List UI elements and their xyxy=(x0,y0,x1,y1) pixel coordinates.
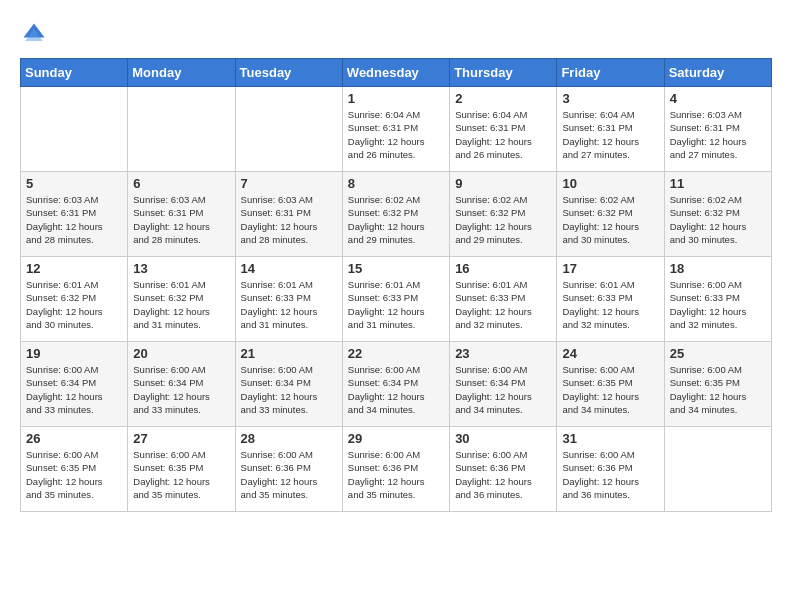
calendar-cell: 16Sunrise: 6:01 AM Sunset: 6:33 PM Dayli… xyxy=(450,257,557,342)
calendar-cell xyxy=(128,87,235,172)
day-info: Sunrise: 6:00 AM Sunset: 6:34 PM Dayligh… xyxy=(348,363,444,416)
day-number: 19 xyxy=(26,346,122,361)
calendar-table: SundayMondayTuesdayWednesdayThursdayFrid… xyxy=(20,58,772,512)
calendar-week-4: 19Sunrise: 6:00 AM Sunset: 6:34 PM Dayli… xyxy=(21,342,772,427)
day-number: 13 xyxy=(133,261,229,276)
day-info: Sunrise: 6:02 AM Sunset: 6:32 PM Dayligh… xyxy=(348,193,444,246)
day-info: Sunrise: 6:03 AM Sunset: 6:31 PM Dayligh… xyxy=(670,108,766,161)
day-number: 26 xyxy=(26,431,122,446)
day-number: 12 xyxy=(26,261,122,276)
day-number: 27 xyxy=(133,431,229,446)
calendar-cell: 30Sunrise: 6:00 AM Sunset: 6:36 PM Dayli… xyxy=(450,427,557,512)
calendar-cell: 4Sunrise: 6:03 AM Sunset: 6:31 PM Daylig… xyxy=(664,87,771,172)
day-info: Sunrise: 6:00 AM Sunset: 6:35 PM Dayligh… xyxy=(26,448,122,501)
day-number: 7 xyxy=(241,176,337,191)
day-info: Sunrise: 6:04 AM Sunset: 6:31 PM Dayligh… xyxy=(455,108,551,161)
day-info: Sunrise: 6:00 AM Sunset: 6:36 PM Dayligh… xyxy=(348,448,444,501)
day-header-thursday: Thursday xyxy=(450,59,557,87)
day-number: 31 xyxy=(562,431,658,446)
day-number: 9 xyxy=(455,176,551,191)
calendar-cell: 27Sunrise: 6:00 AM Sunset: 6:35 PM Dayli… xyxy=(128,427,235,512)
day-number: 24 xyxy=(562,346,658,361)
calendar-week-3: 12Sunrise: 6:01 AM Sunset: 6:32 PM Dayli… xyxy=(21,257,772,342)
day-number: 15 xyxy=(348,261,444,276)
calendar-cell: 12Sunrise: 6:01 AM Sunset: 6:32 PM Dayli… xyxy=(21,257,128,342)
day-number: 17 xyxy=(562,261,658,276)
day-header-saturday: Saturday xyxy=(664,59,771,87)
day-info: Sunrise: 6:01 AM Sunset: 6:33 PM Dayligh… xyxy=(241,278,337,331)
calendar-cell: 5Sunrise: 6:03 AM Sunset: 6:31 PM Daylig… xyxy=(21,172,128,257)
day-info: Sunrise: 6:00 AM Sunset: 6:34 PM Dayligh… xyxy=(133,363,229,416)
calendar-cell: 22Sunrise: 6:00 AM Sunset: 6:34 PM Dayli… xyxy=(342,342,449,427)
calendar-cell xyxy=(21,87,128,172)
day-number: 28 xyxy=(241,431,337,446)
day-number: 8 xyxy=(348,176,444,191)
day-info: Sunrise: 6:01 AM Sunset: 6:32 PM Dayligh… xyxy=(133,278,229,331)
calendar-cell: 6Sunrise: 6:03 AM Sunset: 6:31 PM Daylig… xyxy=(128,172,235,257)
day-header-tuesday: Tuesday xyxy=(235,59,342,87)
day-number: 18 xyxy=(670,261,766,276)
day-info: Sunrise: 6:00 AM Sunset: 6:35 PM Dayligh… xyxy=(133,448,229,501)
day-number: 1 xyxy=(348,91,444,106)
calendar-week-1: 1Sunrise: 6:04 AM Sunset: 6:31 PM Daylig… xyxy=(21,87,772,172)
day-info: Sunrise: 6:00 AM Sunset: 6:35 PM Dayligh… xyxy=(670,363,766,416)
day-info: Sunrise: 6:00 AM Sunset: 6:36 PM Dayligh… xyxy=(562,448,658,501)
day-number: 23 xyxy=(455,346,551,361)
day-info: Sunrise: 6:00 AM Sunset: 6:34 PM Dayligh… xyxy=(455,363,551,416)
day-info: Sunrise: 6:00 AM Sunset: 6:34 PM Dayligh… xyxy=(241,363,337,416)
day-info: Sunrise: 6:02 AM Sunset: 6:32 PM Dayligh… xyxy=(670,193,766,246)
logo[interactable] xyxy=(20,20,52,48)
calendar-cell: 24Sunrise: 6:00 AM Sunset: 6:35 PM Dayli… xyxy=(557,342,664,427)
day-number: 10 xyxy=(562,176,658,191)
calendar-cell xyxy=(664,427,771,512)
day-number: 22 xyxy=(348,346,444,361)
calendar-cell: 20Sunrise: 6:00 AM Sunset: 6:34 PM Dayli… xyxy=(128,342,235,427)
day-info: Sunrise: 6:02 AM Sunset: 6:32 PM Dayligh… xyxy=(455,193,551,246)
day-info: Sunrise: 6:00 AM Sunset: 6:36 PM Dayligh… xyxy=(241,448,337,501)
day-header-friday: Friday xyxy=(557,59,664,87)
day-number: 16 xyxy=(455,261,551,276)
day-number: 14 xyxy=(241,261,337,276)
day-number: 21 xyxy=(241,346,337,361)
calendar-cell: 11Sunrise: 6:02 AM Sunset: 6:32 PM Dayli… xyxy=(664,172,771,257)
logo-icon xyxy=(20,20,48,48)
day-info: Sunrise: 6:01 AM Sunset: 6:33 PM Dayligh… xyxy=(348,278,444,331)
day-info: Sunrise: 6:03 AM Sunset: 6:31 PM Dayligh… xyxy=(133,193,229,246)
day-info: Sunrise: 6:01 AM Sunset: 6:33 PM Dayligh… xyxy=(562,278,658,331)
calendar-cell: 28Sunrise: 6:00 AM Sunset: 6:36 PM Dayli… xyxy=(235,427,342,512)
calendar-cell: 10Sunrise: 6:02 AM Sunset: 6:32 PM Dayli… xyxy=(557,172,664,257)
day-number: 2 xyxy=(455,91,551,106)
day-number: 20 xyxy=(133,346,229,361)
day-header-sunday: Sunday xyxy=(21,59,128,87)
calendar-week-2: 5Sunrise: 6:03 AM Sunset: 6:31 PM Daylig… xyxy=(21,172,772,257)
day-info: Sunrise: 6:01 AM Sunset: 6:33 PM Dayligh… xyxy=(455,278,551,331)
day-number: 3 xyxy=(562,91,658,106)
day-info: Sunrise: 6:03 AM Sunset: 6:31 PM Dayligh… xyxy=(26,193,122,246)
calendar-cell: 14Sunrise: 6:01 AM Sunset: 6:33 PM Dayli… xyxy=(235,257,342,342)
calendar-cell: 25Sunrise: 6:00 AM Sunset: 6:35 PM Dayli… xyxy=(664,342,771,427)
day-info: Sunrise: 6:02 AM Sunset: 6:32 PM Dayligh… xyxy=(562,193,658,246)
page-header xyxy=(20,20,772,48)
day-number: 4 xyxy=(670,91,766,106)
calendar-cell: 26Sunrise: 6:00 AM Sunset: 6:35 PM Dayli… xyxy=(21,427,128,512)
day-header-wednesday: Wednesday xyxy=(342,59,449,87)
day-info: Sunrise: 6:04 AM Sunset: 6:31 PM Dayligh… xyxy=(348,108,444,161)
calendar-header-row: SundayMondayTuesdayWednesdayThursdayFrid… xyxy=(21,59,772,87)
calendar-cell: 8Sunrise: 6:02 AM Sunset: 6:32 PM Daylig… xyxy=(342,172,449,257)
calendar-cell: 31Sunrise: 6:00 AM Sunset: 6:36 PM Dayli… xyxy=(557,427,664,512)
day-info: Sunrise: 6:00 AM Sunset: 6:36 PM Dayligh… xyxy=(455,448,551,501)
calendar-week-5: 26Sunrise: 6:00 AM Sunset: 6:35 PM Dayli… xyxy=(21,427,772,512)
calendar-cell: 19Sunrise: 6:00 AM Sunset: 6:34 PM Dayli… xyxy=(21,342,128,427)
calendar-cell xyxy=(235,87,342,172)
calendar-cell: 21Sunrise: 6:00 AM Sunset: 6:34 PM Dayli… xyxy=(235,342,342,427)
day-number: 29 xyxy=(348,431,444,446)
day-number: 30 xyxy=(455,431,551,446)
calendar-cell: 17Sunrise: 6:01 AM Sunset: 6:33 PM Dayli… xyxy=(557,257,664,342)
calendar-cell: 15Sunrise: 6:01 AM Sunset: 6:33 PM Dayli… xyxy=(342,257,449,342)
day-number: 25 xyxy=(670,346,766,361)
day-info: Sunrise: 6:03 AM Sunset: 6:31 PM Dayligh… xyxy=(241,193,337,246)
calendar-cell: 1Sunrise: 6:04 AM Sunset: 6:31 PM Daylig… xyxy=(342,87,449,172)
day-info: Sunrise: 6:00 AM Sunset: 6:34 PM Dayligh… xyxy=(26,363,122,416)
calendar-cell: 9Sunrise: 6:02 AM Sunset: 6:32 PM Daylig… xyxy=(450,172,557,257)
calendar-cell: 2Sunrise: 6:04 AM Sunset: 6:31 PM Daylig… xyxy=(450,87,557,172)
